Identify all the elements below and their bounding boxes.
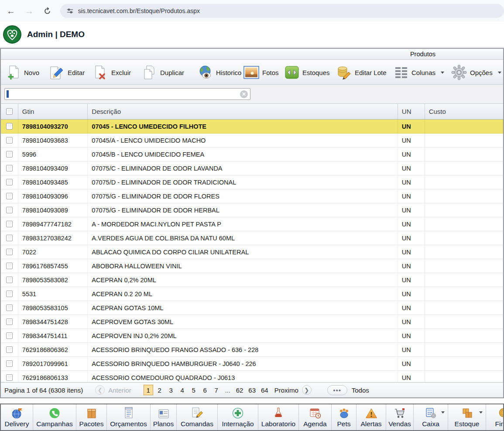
row-checkbox[interactable] (6, 179, 13, 185)
row-checkbox[interactable] (6, 291, 13, 297)
row-checkbox[interactable] (6, 123, 13, 130)
address-bar[interactable]: sis.tecnicavet.com.br/Estoque/Produtos.a… (60, 4, 504, 18)
page-number[interactable]: 64 (259, 385, 270, 395)
editar-button[interactable]: Editar (49, 63, 85, 82)
nav-item-estoque[interactable]: Estoque (448, 404, 486, 430)
column-header-descricao[interactable]: Descrição (88, 104, 398, 119)
nav-item-comandas[interactable]: Comandas (177, 404, 218, 430)
nav-item-internacao[interactable]: Internação (218, 404, 258, 430)
page-number[interactable]: 4 (178, 385, 187, 395)
column-header-gtin[interactable]: Gtin (18, 104, 88, 119)
nav-item-campanhas[interactable]: Campanhas (33, 404, 76, 430)
row-checkbox[interactable] (6, 360, 13, 367)
row-checkbox[interactable] (6, 221, 13, 227)
page-number[interactable]: 63 (247, 385, 257, 395)
database-pencil-icon (336, 65, 352, 80)
table-row[interactable]: 78983127038242A.VERDES AGUA DE COL.BRISA… (1, 231, 503, 245)
nav-item-laboratorio[interactable]: Laboratorio (258, 404, 299, 430)
nav-item-caixa[interactable]: Caixa (414, 404, 448, 430)
table-row[interactable]: 789810409308907075/G - ELIMINADOR DE ODO… (1, 203, 503, 217)
row-checkbox[interactable] (6, 193, 13, 199)
table-row[interactable]: 7896176857455ABOBORA HALLOWEEN VINILUN (1, 259, 503, 273)
nav-item-delivery[interactable]: Delivery (1, 404, 33, 430)
row-checkbox[interactable] (6, 318, 13, 325)
select-all-checkbox[interactable] (6, 108, 13, 115)
table-row[interactable]: 7629186806133ACESSORIO COMEDOURO QUADRAD… (1, 371, 503, 383)
chevron-down-icon[interactable] (441, 411, 445, 414)
row-checkbox-cell (1, 315, 18, 328)
row-checkbox[interactable] (6, 137, 13, 144)
duplicar-button[interactable]: Duplicar (142, 63, 184, 82)
fotos-button[interactable]: Fotos (243, 63, 279, 82)
row-checkbox[interactable] (6, 277, 13, 283)
page-number[interactable]: 2 (155, 385, 165, 395)
table-row[interactable]: 789810409327007045 - LENCO UMEDECIDO FIL… (1, 120, 503, 133)
table-row[interactable]: 789810409348507075/D - ELIMINADOR DE ODO… (1, 175, 503, 189)
opcoes-button[interactable]: Opções (451, 63, 501, 82)
previous-page-icon[interactable]: ❮ (95, 385, 105, 395)
table-row[interactable]: 599607045/B - LENCO UMIDECIDO FEMEAUN (1, 147, 503, 161)
pagination-status: Pagina 1 of 64 (6308 itens) (4, 387, 83, 394)
column-header-un[interactable]: UN (398, 104, 425, 119)
table-row[interactable]: 5531ACEPRAN 0.2 20 MLUN (1, 287, 503, 301)
row-checkbox[interactable] (6, 304, 13, 311)
table-row[interactable]: 789810409309607075/G - ELIMINADOR DE ODO… (1, 189, 503, 203)
all-pages-label[interactable]: Todos (352, 387, 369, 394)
next-page-label[interactable]: Proximo (274, 387, 298, 394)
column-header-custo[interactable]: Custo (425, 104, 503, 119)
un-cell: UN (398, 273, 425, 287)
table-row[interactable]: 7892017099961ACESSORIO BRINQUEDO HAMBURG… (1, 357, 503, 371)
nav-item-orcamentos[interactable]: Orçamentos (107, 404, 151, 430)
more-pages-button[interactable]: ••• (327, 385, 347, 395)
page-number[interactable]: 3 (166, 385, 176, 395)
previous-page-label[interactable]: Anterior (108, 387, 131, 394)
page-number[interactable]: 7 (212, 385, 221, 395)
table-row[interactable]: 78989477747182A - MORDEDOR MACI.NYLON PE… (1, 217, 503, 231)
custo-cell (425, 133, 503, 147)
nav-item-alertas[interactable]: Alertas (357, 404, 386, 430)
nav-item-pacotes[interactable]: Pacotes (76, 404, 107, 430)
table-row[interactable]: 7898053583082ACEPRAN 0,2% 20MLUN (1, 273, 503, 287)
page-number[interactable]: 1 (144, 385, 153, 395)
estoques-button[interactable]: Estoques (285, 63, 330, 82)
excluir-button[interactable]: Excluir (93, 63, 131, 82)
colunas-button[interactable]: Colunas (394, 63, 444, 82)
row-checkbox[interactable] (6, 165, 13, 171)
row-checkbox[interactable] (6, 332, 13, 339)
nav-item-pets[interactable]: Pets (332, 404, 357, 430)
nav-item-planos[interactable]: Planos (151, 404, 177, 430)
editar-lote-button[interactable]: Editar Lote (336, 63, 387, 82)
back-button[interactable]: ← (3, 3, 18, 18)
table-row[interactable]: 7629186806362ACESSORIO BRINQUEDO FRANGO … (1, 343, 503, 357)
page-number[interactable]: 62 (234, 385, 245, 395)
page-number[interactable]: 5 (189, 385, 199, 395)
reload-button[interactable] (40, 3, 55, 18)
row-checkbox[interactable] (6, 249, 13, 255)
row-checkbox[interactable] (6, 235, 13, 241)
row-checkbox[interactable] (6, 263, 13, 269)
table-row[interactable]: 7022ABLACAO QUIMICA DO CORPO CILIAR UNIL… (1, 245, 503, 259)
nav-item-financeiro[interactable]: Finan (486, 404, 504, 430)
table-row[interactable]: 7898344751411ACEPROVEN INJ 0,2% 20MLUN (1, 329, 503, 343)
row-checkbox[interactable] (6, 207, 13, 213)
row-checkbox[interactable] (6, 374, 13, 381)
chevron-down-icon[interactable] (479, 411, 483, 414)
table-row[interactable]: 789810409368307045/A - LENCO UMIDECIDO M… (1, 133, 503, 147)
nav-item-agenda[interactable]: Agenda (299, 404, 332, 430)
row-checkbox-cell (1, 147, 18, 161)
next-page-icon[interactable]: ❯ (302, 385, 312, 395)
search-input[interactable]: ✕ (4, 88, 250, 100)
table-row[interactable]: 789810409340907075/C - ELIMINADOR DE ODO… (1, 161, 503, 175)
page-number[interactable]: 6 (200, 385, 210, 395)
chevron-down-icon (441, 72, 444, 74)
clear-search-icon[interactable]: ✕ (240, 90, 248, 98)
table-row[interactable]: 7898053583105ACEPRAN GOTAS 10MLUN (1, 301, 503, 315)
historico-button[interactable]: Historico (198, 63, 241, 82)
row-checkbox[interactable] (6, 151, 13, 157)
table-row[interactable]: 7898344751428ACEPROVEM GOTAS 30MLUN (1, 315, 503, 329)
nav-item-vendas[interactable]: Vendas (386, 404, 414, 430)
novo-button[interactable]: Novo (7, 63, 39, 82)
forward-button[interactable]: → (22, 3, 37, 18)
row-checkbox[interactable] (6, 346, 13, 353)
site-settings-icon (66, 7, 74, 15)
